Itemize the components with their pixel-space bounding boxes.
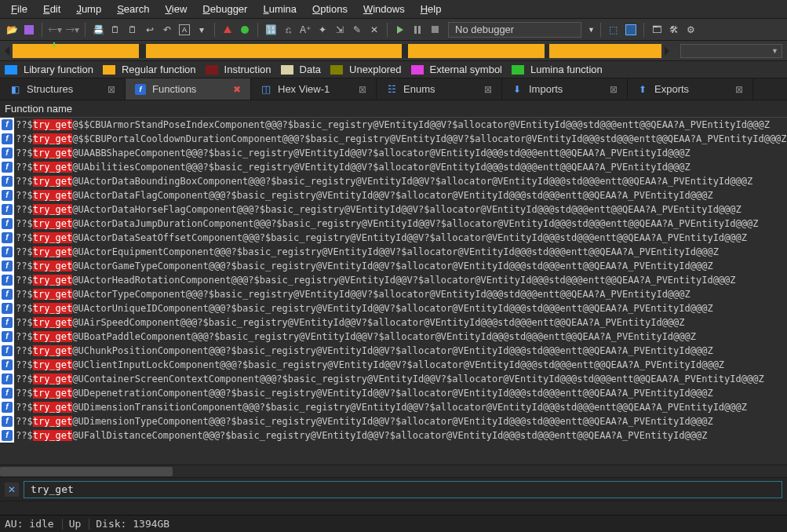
function-row[interactable]: f??$try_get@UActorDataHorseFlagComponent…	[0, 202, 787, 217]
function-icon: f	[0, 118, 14, 132]
function-row[interactable]: f??$try_get@UActorEquipmentComponent@@@?…	[0, 245, 787, 259]
function-row[interactable]: f??$try_get@UBoatPaddleComponent@@@?$bas…	[0, 330, 787, 344]
tool-icon[interactable]: ✎	[350, 23, 364, 37]
dropdown-icon[interactable]: ▾	[195, 23, 209, 37]
tab-enums[interactable]: ☷Enums⊠	[377, 78, 502, 100]
status-disk: Disk: 1394GB	[96, 518, 177, 530]
separator	[257, 23, 258, 37]
tool-icon[interactable]: 🛠	[667, 23, 681, 37]
scrollbar-thumb[interactable]	[0, 467, 173, 476]
menu-edit[interactable]: Edit	[35, 2, 68, 16]
delete-icon[interactable]: ✕	[367, 23, 381, 37]
pause-icon[interactable]	[410, 23, 424, 37]
tab-close-icon[interactable]: ⊠	[359, 84, 366, 95]
function-icon: f	[0, 287, 14, 301]
function-row[interactable]: f??$try_get@$$CBUArmorStandPoseIndexComp…	[0, 118, 787, 132]
tab-structures[interactable]: ◧Structures⊠	[0, 78, 126, 100]
status-up: Up	[69, 518, 89, 530]
debugger-dropdown-icon[interactable]: ▼	[588, 26, 595, 34]
function-row[interactable]: f??$try_get@UClientInputLockComponent@@@…	[0, 358, 787, 372]
function-list[interactable]: f??$try_get@$$CBUArmorStandPoseIndexComp…	[0, 118, 787, 465]
function-row[interactable]: f??$try_get@UActorDataFlagComponent@@@?$…	[0, 188, 787, 202]
function-row[interactable]: f??$try_get@UAbilitiesComponent@@@?$basi…	[0, 160, 787, 174]
tab-close-icon[interactable]: ✖	[233, 84, 241, 95]
list-header-function-name[interactable]: Function name	[0, 100, 787, 118]
function-row[interactable]: f??$try_get@UDepenetrationComponent@@@?$…	[0, 386, 787, 400]
tool-icon[interactable]: ⬚	[607, 23, 621, 37]
back-icon[interactable]: 🡐▾	[48, 23, 62, 37]
function-row[interactable]: f??$try_get@UActorTypeComponent@@@?$basi…	[0, 287, 787, 301]
menu-lumina[interactable]: Lumina	[255, 2, 304, 16]
overview-scroll-right-icon[interactable]	[665, 46, 669, 56]
menu-search[interactable]: Search	[109, 2, 157, 16]
function-row[interactable]: f??$try_get@UDimensionTransitionComponen…	[0, 400, 787, 414]
filter-input[interactable]	[24, 481, 782, 498]
legend-swatch	[512, 65, 524, 75]
function-row[interactable]: f??$try_get@UActorDataSeatOffsetComponen…	[0, 231, 787, 245]
function-row[interactable]: f??$try_get@UAABBShapeComponent@@@?$basi…	[0, 146, 787, 160]
function-row[interactable]: f??$try_get@UAirSpeedComponent@@@?$basic…	[0, 315, 787, 330]
run-status-icon[interactable]	[238, 23, 252, 37]
undo-icon[interactable]: ↶	[160, 23, 174, 37]
breakpoint-icon[interactable]	[220, 23, 235, 37]
tool-icon[interactable]: 🗔	[650, 23, 664, 37]
forward-icon[interactable]: 🡒▾	[65, 23, 79, 37]
menu-debugger[interactable]: Debugger	[195, 2, 255, 16]
tab-close-icon[interactable]: ⊠	[484, 84, 492, 95]
tab-functions[interactable]: fFunctions✖	[126, 78, 251, 100]
function-row[interactable]: f??$try_get@UActorDataJumpDurationCompon…	[0, 217, 787, 231]
menu-windows[interactable]: Windows	[355, 2, 413, 16]
separator	[89, 519, 89, 530]
tool-icon[interactable]: 📇	[91, 23, 105, 37]
tool-icon[interactable]: A⁺	[298, 23, 312, 37]
function-name: ??$try_get@UActorDataSeatOffsetComponent…	[16, 232, 747, 243]
horizontal-scrollbar[interactable]	[0, 465, 787, 477]
debugger-select[interactable]: No debugger	[448, 22, 581, 38]
tab-label: Imports	[529, 83, 563, 95]
function-row[interactable]: f??$try_get@UFallDistanceComponent@@@?$b…	[0, 428, 787, 443]
function-row[interactable]: f??$try_get@$$CBUPortalCooldownDurationC…	[0, 132, 787, 146]
function-icon: f	[0, 146, 14, 160]
save-icon[interactable]	[22, 23, 36, 37]
scrollbar-track[interactable]	[0, 467, 787, 476]
overview-bar[interactable]	[13, 44, 661, 58]
function-row[interactable]: f??$try_get@UContainerScreenContextCompo…	[0, 372, 787, 386]
tool-icon[interactable]: ⇲	[333, 23, 347, 37]
refresh-icon[interactable]: ↩	[143, 23, 157, 37]
menu-options[interactable]: Options	[304, 2, 355, 16]
menu-jump[interactable]: Jump	[68, 2, 109, 16]
text-mode-icon[interactable]: A	[177, 23, 191, 37]
stop-icon[interactable]	[428, 23, 442, 37]
function-row[interactable]: f??$try_get@UActorHeadRotationComponent@…	[0, 273, 787, 287]
legend-swatch	[281, 65, 293, 75]
spacer	[0, 501, 787, 515]
function-row[interactable]: f??$try_get@UChunkPositionComponent@@@?$…	[0, 344, 787, 358]
function-row[interactable]: f??$try_get@UActorDataBoundingBoxCompone…	[0, 174, 787, 188]
tool-icon[interactable]: 🗒	[126, 23, 140, 37]
open-file-icon[interactable]: 📂	[5, 23, 19, 37]
tab-hex-view-1[interactable]: ◫Hex View-1⊠	[251, 78, 377, 100]
tab-close-icon[interactable]: ⊠	[610, 84, 618, 95]
function-row[interactable]: f??$try_get@UActorUniqueIDComponent@@@?$…	[0, 301, 787, 315]
overview-range-select[interactable]: ▼	[680, 44, 782, 58]
tool-icon[interactable]: ⎌	[281, 23, 295, 37]
function-row[interactable]: f??$try_get@UActorGameTypeComponent@@@?$…	[0, 259, 787, 273]
tool-icon[interactable]: 🔢	[264, 23, 278, 37]
tool-icon[interactable]: ✦	[315, 23, 330, 37]
menu-file[interactable]: File	[3, 2, 35, 16]
menu-help[interactable]: Help	[413, 2, 450, 16]
overview-scroll-left-icon[interactable]	[5, 46, 9, 56]
tool-icon[interactable]: ⚙	[684, 23, 698, 37]
menu-view[interactable]: View	[157, 2, 195, 16]
tool-icon[interactable]	[624, 23, 638, 37]
tab-exports[interactable]: ⬆Exports⊠	[628, 78, 753, 100]
tab-close-icon[interactable]: ⊠	[107, 84, 115, 95]
function-row[interactable]: f??$try_get@UDimensionTypeComponent@@@?$…	[0, 414, 787, 428]
tool-icon[interactable]: 🗒	[108, 23, 122, 37]
legend-label: External symbol	[430, 64, 502, 75]
tab-close-icon[interactable]: ⊠	[735, 84, 743, 95]
tab-imports[interactable]: ⬇Imports⊠	[502, 78, 628, 100]
clear-filter-button[interactable]: ✕	[5, 483, 19, 497]
play-icon[interactable]	[393, 23, 407, 37]
hex-icon: ◫	[261, 84, 271, 95]
